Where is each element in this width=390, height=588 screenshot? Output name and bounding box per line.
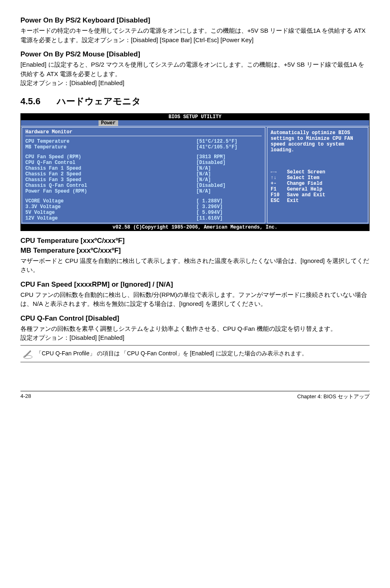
bios-label: 3.3V Voltage xyxy=(25,204,196,210)
bios-label: MB Temperature xyxy=(25,144,196,150)
bios-row: VCORE Voltage[ 1.288V] xyxy=(25,198,262,204)
bios-row: 3.3V Voltage[ 3.296V] xyxy=(25,204,262,210)
bios-title: BIOS SETUP UTILITY xyxy=(21,114,369,120)
bios-key-row: F1General Help xyxy=(271,186,365,192)
bios-key: ←→ xyxy=(271,169,287,175)
bios-value: [N/A] xyxy=(196,177,262,183)
bios-key-desc: Change Field xyxy=(287,181,322,186)
bios-key-row: ESCExit xyxy=(271,198,365,204)
heading-number: 4.5.6 xyxy=(20,96,40,107)
bios-row: Chassis Fan 3 Speed[N/A] xyxy=(25,177,262,183)
bios-label: 12V Voltage xyxy=(25,215,196,221)
bios-label: Chassis Fan 2 Speed xyxy=(25,171,196,177)
bios-key-desc: Select Item xyxy=(287,175,319,181)
note-pencil-icon xyxy=(22,348,36,359)
note-box: 「CPU Q-Fan Profile」 の項目は 「CPU Q-Fan Cont… xyxy=(20,345,370,362)
section-title: Power On By PS/2 Keyboard [Disabled] xyxy=(20,16,370,25)
bios-label: Power Fan Speed (RPM) xyxy=(25,189,196,194)
bios-key-desc: General Help xyxy=(287,186,322,192)
bios-row: 5V Voltage[ 5.094V] xyxy=(25,210,262,215)
bios-main: Hardware Monitor CPU Temperature[51°C/12… xyxy=(21,126,369,224)
bios-key-row: ←→Select Screen xyxy=(271,169,365,175)
bios-tab-power: Power xyxy=(99,120,118,126)
bios-tabs: Power xyxy=(21,120,369,126)
bios-label: 5V Voltage xyxy=(25,210,196,215)
bios-label: CPU Temperature xyxy=(25,139,196,144)
bios-row: CPU Temperature[51°C/122.5°F] xyxy=(25,139,262,144)
bios-key: F10 xyxy=(271,192,287,198)
section-title: CPU Fan Speed [xxxxRPM] or [Ignored] / [… xyxy=(20,281,370,289)
bios-value: [ 5.094V] xyxy=(196,210,262,215)
bios-row: Chassis Fan 1 Speed[N/A] xyxy=(25,166,262,171)
bios-key-help: ←→Select Screen↑↓Select Item+-Change Fie… xyxy=(271,169,365,204)
bios-label: Chassis Q-Fan Control xyxy=(25,183,196,189)
bios-value: [11.616V] xyxy=(196,215,262,221)
bios-value: [N/A] xyxy=(196,189,262,194)
section-title: MB Temperature [xxxºC/xxxºF] xyxy=(20,247,370,255)
bios-key: ESC xyxy=(271,198,287,204)
bios-key: ↑↓ xyxy=(271,175,287,181)
page-number: 4-28 xyxy=(20,393,31,400)
bios-footer: v02.58 (C)Copyright 1985-2006, American … xyxy=(21,224,369,231)
bios-left-panel: Hardware Monitor CPU Temperature[51°C/12… xyxy=(22,127,265,223)
bios-label: Chassis Fan 1 Speed xyxy=(25,166,196,171)
bios-key: +- xyxy=(271,181,287,186)
chapter-label: Chapter 4: BIOS セットアップ xyxy=(297,393,370,400)
bios-label: Chassis Fan 3 Speed xyxy=(25,177,196,183)
bios-screenshot: BIOS SETUP UTILITY Power Hardware Monito… xyxy=(20,113,370,231)
bios-row: CPU Fan Speed (RPM)[3813 RPM] xyxy=(25,154,262,160)
body-text: CPU ファンの回転数を自動的に検出し、回転数/分(RPM)の単位で表示します。… xyxy=(20,290,370,309)
bios-value: [Disabled] xyxy=(196,160,262,166)
body-text: マザーボードと CPU 温度を自動的に検出して表示します。検出された温度を表示し… xyxy=(20,256,370,275)
bios-row: Chassis Q-Fan Control[Disabled] xyxy=(25,183,262,189)
bios-right-panel: Automatically optimize BIOS settings to … xyxy=(267,127,368,223)
bios-value: [ 3.296V] xyxy=(196,204,262,210)
bios-value: [51°C/122.5°F] xyxy=(196,139,262,144)
section-title: CPU Temperature [xxxºC/xxxºF] xyxy=(20,237,370,245)
bios-label: CPU Fan Speed (RPM) xyxy=(25,154,196,160)
heading-title: ハードウェアモニタ xyxy=(57,96,141,106)
note-text: 「CPU Q-Fan Profile」 の項目は 「CPU Q-Fan Cont… xyxy=(36,350,307,357)
bios-key-desc: Exit xyxy=(287,198,299,204)
bios-row: Power Fan Speed (RPM)[N/A] xyxy=(25,189,262,194)
bios-row: 12V Voltage[11.616V] xyxy=(25,215,262,221)
bios-key-row: +-Change Field xyxy=(271,181,365,186)
bios-label: VCORE Voltage xyxy=(25,198,196,204)
body-text: キーボードの特定のキーを使用してシステムの電源をオンにします。この機能は、+5V… xyxy=(20,26,370,45)
bios-row: CPU Q-Fan Control[Disabled] xyxy=(25,160,262,166)
bios-value: [N/A] xyxy=(196,171,262,177)
bios-panel-title: Hardware Monitor xyxy=(25,129,262,136)
bios-value: [Disabled] xyxy=(196,183,262,189)
body-text: [Enabled] に設定すると、PS/2 マウスを使用してシステムの電源をオン… xyxy=(20,60,370,88)
bios-row: Chassis Fan 2 Speed[N/A] xyxy=(25,171,262,177)
bios-help-text: Automatically optimize BIOS settings to … xyxy=(271,130,365,153)
bios-key-desc: Select Screen xyxy=(287,169,325,175)
section-title: Power On By PS/2 Mouse [Disabled] xyxy=(20,50,370,58)
bios-value: [41°C/105.5°F] xyxy=(196,144,262,150)
heading-456: 4.5.6ハードウェアモニタ xyxy=(20,95,370,108)
bios-key-row: ↑↓Select Item xyxy=(271,175,365,181)
bios-key-desc: Save and Exit xyxy=(287,192,325,198)
bios-key: F1 xyxy=(271,186,287,192)
page-footer: 4-28 Chapter 4: BIOS セットアップ xyxy=(20,391,370,400)
bios-key-row: F10Save and Exit xyxy=(271,192,365,198)
bios-value: [N/A] xyxy=(196,166,262,171)
section-title: CPU Q-Fan Control [Disabled] xyxy=(20,314,370,323)
bios-row: MB Temperature[41°C/105.5°F] xyxy=(25,144,262,150)
bios-value: [3813 RPM] xyxy=(196,154,262,160)
bios-value: [ 1.288V] xyxy=(196,198,262,204)
bios-label: CPU Q-Fan Control xyxy=(25,160,196,166)
body-text: 各種ファンの回転数を素早く調整しシステムをより効率よく動作させる、CPU Q-F… xyxy=(20,324,370,343)
